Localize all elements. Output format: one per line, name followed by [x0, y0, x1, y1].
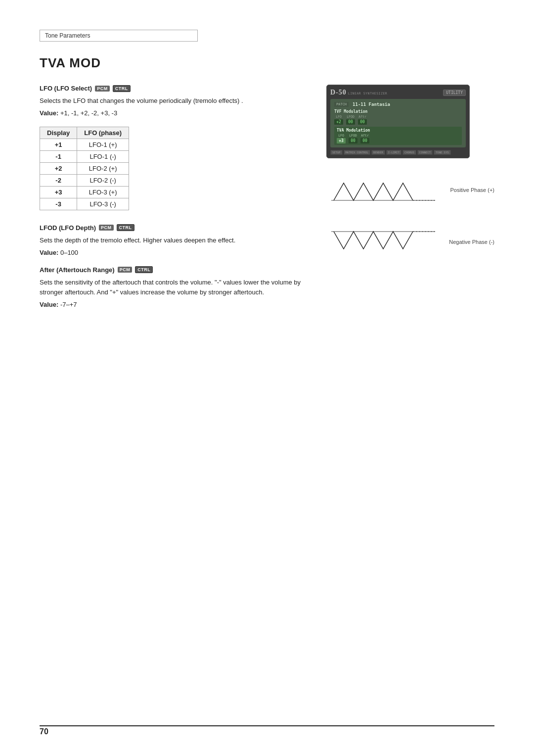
page-title: TVA MOD: [40, 55, 494, 71]
display-cell: +2: [40, 162, 77, 174]
after-heading: After (Aftertouch Range) PCM CTRL: [40, 266, 316, 274]
tva-lfod-val: 00: [349, 138, 357, 143]
device-btn-tonesys: TONE SYS: [434, 150, 451, 155]
device-patch-label: PATCH: [334, 102, 349, 107]
lfo-table: Display LFO (phase) +1LFO-1 (+)-1LFO-1 (…: [40, 127, 129, 210]
lfod-heading: LFOD (LFO Depth) PCM CTRL: [40, 224, 316, 232]
table-row: -2LFO-2 (-): [40, 174, 129, 186]
lfod-value: Value: 0–100: [40, 249, 316, 256]
tvf-aftr-val: 00: [358, 119, 367, 125]
lfo-select-heading: LFO (LFO Select) PCM CTRL: [40, 85, 316, 92]
table-row: +2LFO-2 (+): [40, 162, 129, 174]
display-cell: -3: [40, 198, 77, 210]
device-btn-bender: BENDER: [371, 150, 385, 155]
tvf-section: TVF Modulation LFO +2 LFOD 00: [334, 109, 462, 125]
phase-cell: LFO-2 (-): [77, 174, 129, 186]
device-screen: PATCH 11-11 Fantasia TVF Modulation LFO: [330, 99, 466, 147]
table-row: +3LFO-3 (+): [40, 186, 129, 198]
phase-cell: LFO-2 (+): [77, 162, 129, 174]
device-subtitle: LINEAR SYNTHESIZER: [348, 92, 387, 95]
main-content: LFO (LFO Select) PCM CTRL Selects the LF…: [40, 85, 494, 318]
content-right: D-50 LINEAR SYNTHESIZER UTILITY PATCH 11…: [316, 85, 494, 318]
device-buttons: SETUP MATRIX CONTROL BENDER I-LIMIT CHOR…: [330, 150, 466, 155]
after-ctrl-badge: CTRL: [135, 266, 153, 273]
lfod-description: Sets the depth of the tremolo effect. Hi…: [40, 236, 316, 246]
breadcrumb: Tone Parameters: [40, 30, 198, 42]
tva-lfo-label: LFO: [338, 134, 344, 138]
tva-lfod-label: LFOD: [349, 134, 357, 138]
device-btn-matrix: MATRIX CONTROL: [344, 150, 370, 155]
after-pcm-badge: PCM: [118, 267, 133, 273]
negative-phase-diagram: Negative Phase (-): [326, 219, 494, 260]
lfod-pcm-badge: PCM: [99, 225, 114, 231]
page-container: Tone Parameters TVA MOD LFO (LFO Select)…: [0, 0, 534, 756]
table-col2-header: LFO (phase): [77, 127, 129, 139]
device-btn-setup: SETUP: [330, 150, 343, 155]
bottom-rule: [40, 725, 494, 726]
ctrl-badge: CTRL: [113, 85, 131, 92]
table-row: -3LFO-3 (-): [40, 198, 129, 210]
phase-cell: LFO-3 (+): [77, 186, 129, 198]
negative-phase-label: Negative Phase (-): [449, 239, 494, 245]
tva-lfo-val: +3: [337, 138, 346, 143]
tva-title: TVA Modulation: [337, 128, 370, 133]
negative-waveform-svg: [326, 219, 470, 259]
device-btn-connect: CONNECT: [417, 150, 433, 155]
device-mode: UTILITY: [443, 90, 466, 96]
tvf-lfo-val: +2: [334, 119, 343, 125]
device-btn-ilimit: I-LIMIT: [386, 150, 401, 155]
display-cell: -1: [40, 150, 77, 162]
device-btn-chorus: CHORUS: [402, 150, 416, 155]
tva-aftr-val: 00: [360, 138, 369, 143]
lfod-ctrl-badge: CTRL: [117, 224, 134, 231]
tvf-title: TVF Modulation: [334, 109, 367, 114]
tvf-aftr-label: Aftr: [358, 115, 366, 119]
tvf-lfod-val: 00: [346, 119, 355, 125]
positive-phase-label: Positive Phase (+): [450, 187, 494, 193]
display-cell: +3: [40, 186, 77, 198]
lfo-select-value: Value: +1, -1, +2, -2, +3, -3: [40, 109, 316, 117]
device-brand: D-50: [330, 89, 347, 96]
content-left: LFO (LFO Select) PCM CTRL Selects the LF…: [40, 85, 316, 318]
tva-aftr-label: Aftr: [361, 134, 369, 138]
table-col1-header: Display: [40, 127, 77, 139]
positive-phase-diagram: Positive Phase (+): [326, 173, 494, 214]
waveform-diagrams: Positive Phase (+) Negative Phase (-): [326, 173, 494, 260]
tva-section: TVA Modulation LFO +3 LFOD 00: [334, 127, 462, 145]
positive-waveform-svg: [326, 173, 470, 213]
page-number: 70: [40, 727, 48, 736]
pcm-badge: PCM: [95, 86, 110, 92]
table-row: -1LFO-1 (-): [40, 150, 129, 162]
device-patch-name: 11-11 Fantasia: [353, 102, 390, 107]
lfo-select-description: Selects the LFO that changes the volume …: [40, 96, 316, 106]
lfo-table-container: Display LFO (phase) +1LFO-1 (+)-1LFO-1 (…: [40, 127, 316, 210]
phase-cell: LFO-1 (-): [77, 150, 129, 162]
tvf-lfo-label: LFO: [336, 115, 342, 119]
tvf-lfod-label: LFOD: [347, 115, 355, 119]
device-mockup: D-50 LINEAR SYNTHESIZER UTILITY PATCH 11…: [326, 85, 470, 158]
after-description: Sets the sensitivity of the aftertouch t…: [40, 278, 316, 298]
phase-cell: LFO-3 (-): [77, 198, 129, 210]
table-row: +1LFO-1 (+): [40, 139, 129, 150]
after-value: Value: -7–+7: [40, 301, 316, 308]
display-cell: +1: [40, 139, 77, 150]
display-cell: -2: [40, 174, 77, 186]
phase-cell: LFO-1 (+): [77, 139, 129, 150]
